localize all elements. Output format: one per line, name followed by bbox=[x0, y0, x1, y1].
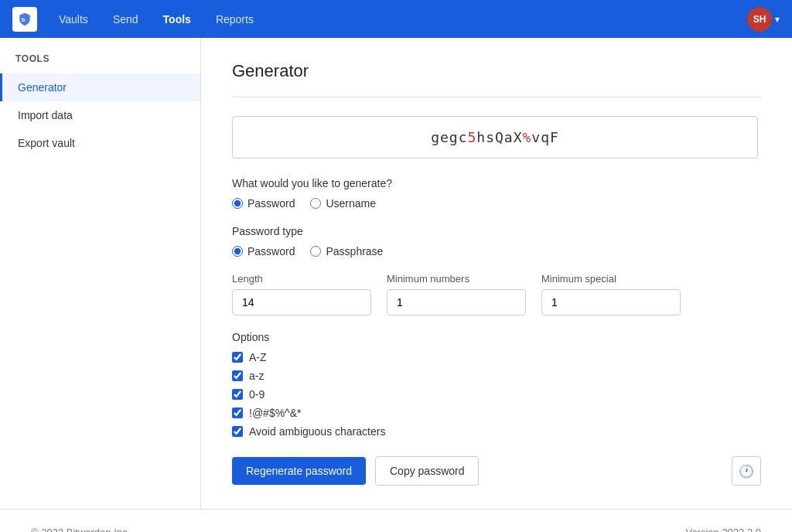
checkbox-az-input[interactable] bbox=[232, 352, 243, 363]
radio-type-passphrase-input[interactable] bbox=[310, 246, 321, 257]
sidebar: TOOLS Generator Import data Export vault bbox=[0, 38, 201, 509]
footer-version: Version 2023.2.0 bbox=[685, 527, 761, 532]
length-input-group: Length bbox=[232, 273, 371, 315]
checkbox-special-label: !@#$%^&* bbox=[249, 407, 301, 419]
app-logo: b bbox=[12, 7, 37, 32]
radio-type-password-input[interactable] bbox=[232, 246, 243, 257]
sidebar-title: TOOLS bbox=[0, 53, 200, 73]
password-type-label: Password type bbox=[232, 225, 761, 237]
svg-text:b: b bbox=[22, 16, 26, 23]
checkbox-az-lower[interactable]: a-z bbox=[232, 370, 761, 382]
password-history-button[interactable]: 🕐 bbox=[732, 456, 761, 486]
footer-copyright: © 2023 Bitwarden Inc. bbox=[31, 527, 130, 532]
options-title: Options bbox=[232, 331, 761, 343]
radio-password-label: Password bbox=[248, 197, 295, 210]
actions-row: Regenerate password Copy password 🕐 bbox=[232, 456, 761, 486]
chevron-down-icon: ▾ bbox=[775, 14, 780, 25]
checkbox-az-lower-input[interactable] bbox=[232, 370, 243, 381]
checkbox-special-input[interactable] bbox=[232, 408, 243, 418]
min-numbers-input[interactable] bbox=[387, 289, 526, 315]
radio-type-password[interactable]: Password bbox=[232, 245, 295, 257]
radio-username-input[interactable] bbox=[310, 198, 321, 209]
sidebar-item-export-vault[interactable]: Export vault bbox=[0, 129, 200, 157]
checkbox-09[interactable]: 0-9 bbox=[232, 388, 761, 401]
password-highlight-2: % bbox=[523, 129, 532, 145]
nav-reports[interactable]: Reports bbox=[207, 9, 263, 30]
history-icon: 🕐 bbox=[739, 464, 754, 479]
password-type-group: Password Passphrase bbox=[232, 245, 761, 257]
password-prefix: gegc bbox=[431, 129, 467, 145]
page-title: Generator bbox=[232, 61, 761, 81]
title-divider bbox=[232, 97, 761, 97]
checkbox-az-label: A-Z bbox=[249, 351, 267, 363]
length-input[interactable] bbox=[232, 289, 371, 315]
options-checkboxes: A-Z a-z 0-9 !@#$%^&* Avoid ambiguous cha… bbox=[232, 351, 761, 438]
checkbox-avoid-ambiguous[interactable]: Avoid ambiguous characters bbox=[232, 425, 761, 438]
radio-type-passphrase-label: Passphrase bbox=[326, 245, 383, 257]
avatar-button[interactable]: SH bbox=[747, 7, 772, 32]
checkbox-avoid-ambiguous-input[interactable] bbox=[232, 426, 243, 437]
min-special-label: Minimum special bbox=[541, 273, 681, 285]
user-avatar-wrapper[interactable]: SH ▾ bbox=[747, 7, 780, 32]
radio-password-input[interactable] bbox=[232, 198, 243, 209]
checkbox-avoid-ambiguous-label: Avoid ambiguous characters bbox=[249, 425, 385, 438]
checkbox-az[interactable]: A-Z bbox=[232, 351, 761, 363]
regenerate-password-button[interactable]: Regenerate password bbox=[232, 457, 366, 485]
checkbox-09-input[interactable] bbox=[232, 389, 243, 400]
password-middle: hsQaX bbox=[476, 129, 522, 145]
checkbox-special[interactable]: !@#$%^&* bbox=[232, 407, 761, 419]
nav-tools[interactable]: Tools bbox=[154, 9, 200, 30]
min-special-input[interactable] bbox=[541, 289, 681, 315]
main-layout: TOOLS Generator Import data Export vault… bbox=[0, 38, 792, 509]
radio-type-passphrase[interactable]: Passphrase bbox=[310, 245, 383, 257]
sidebar-item-import-data[interactable]: Import data bbox=[0, 101, 200, 129]
min-numbers-label: Minimum numbers bbox=[387, 273, 526, 285]
nav-vaults[interactable]: Vaults bbox=[50, 9, 97, 30]
copy-password-button[interactable]: Copy password bbox=[375, 456, 480, 486]
min-numbers-group: Minimum numbers bbox=[387, 273, 526, 315]
inputs-row: Length Minimum numbers Minimum special bbox=[232, 273, 761, 315]
radio-type-password-label: Password bbox=[248, 245, 295, 257]
footer: © 2023 Bitwarden Inc. Version 2023.2.0 bbox=[0, 509, 792, 532]
password-suffix: vqF bbox=[531, 129, 559, 145]
generate-type-label: What would you like to generate? bbox=[232, 177, 761, 189]
radio-password-option[interactable]: Password bbox=[232, 197, 295, 210]
generated-password-display: gegc5hsQaX%vqF bbox=[232, 116, 758, 159]
password-highlight-1: 5 bbox=[467, 129, 476, 145]
main-content: Generator gegc5hsQaX%vqF What would you … bbox=[201, 38, 792, 509]
sidebar-item-generator[interactable]: Generator bbox=[0, 73, 200, 101]
generate-type-group: Password Username bbox=[232, 197, 761, 210]
top-navbar: b Vaults Send Tools Reports SH ▾ bbox=[0, 0, 792, 38]
nav-send[interactable]: Send bbox=[104, 9, 148, 30]
min-special-group: Minimum special bbox=[541, 273, 681, 315]
checkbox-az-lower-label: a-z bbox=[249, 370, 264, 382]
radio-username-option[interactable]: Username bbox=[310, 197, 376, 210]
checkbox-09-label: 0-9 bbox=[249, 388, 265, 401]
length-label: Length bbox=[232, 273, 371, 285]
radio-username-label: Username bbox=[326, 197, 376, 210]
